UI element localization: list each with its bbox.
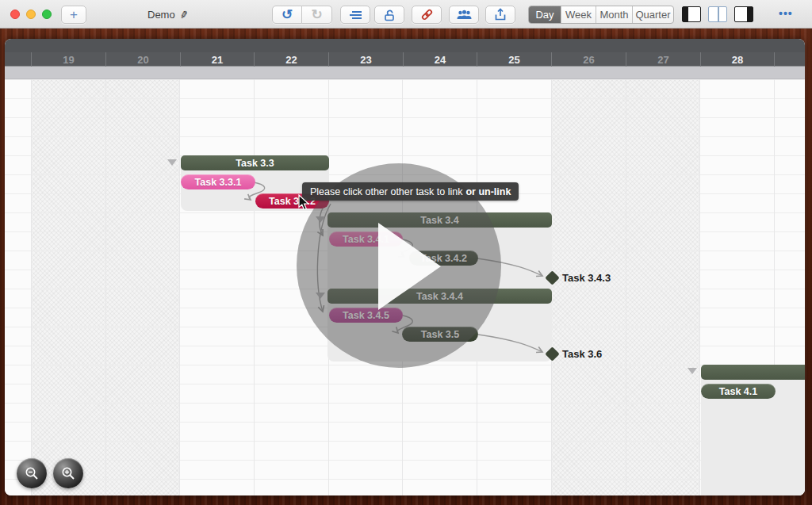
day-header-21: 21 (180, 52, 254, 67)
window-titlebar: + Demo ✎ ↺ ↻ (0, 0, 812, 29)
panel-layout-toggles (682, 6, 753, 22)
day-header-27: 27 (626, 52, 700, 67)
segment-quarter[interactable]: Quarter (632, 6, 673, 23)
share-button[interactable] (485, 6, 515, 24)
link-chain-icon (420, 8, 434, 21)
link-tasks-button[interactable] (412, 6, 442, 24)
collapse-triangle-task-3-3[interactable] (167, 159, 177, 166)
day-header-partial (774, 52, 805, 67)
task-bar-3-3-1[interactable]: Task 3.3.1 (181, 174, 255, 189)
timeline-header-top (5, 39, 805, 52)
view-scale-segmented-control: Day Week Month Quarter (528, 6, 674, 24)
redo-button[interactable]: ↻ (302, 6, 332, 24)
day-header-25: 25 (477, 52, 551, 67)
gantt-chart-panel: 19 20 21 22 23 24 25 26 27 28 (5, 39, 805, 495)
minimize-window-button[interactable] (26, 10, 36, 19)
timeline-day-row: 19 20 21 22 23 24 25 26 27 28 (5, 52, 805, 67)
outline-lines-icon (349, 10, 362, 21)
resources-button[interactable] (449, 6, 479, 24)
milestone-label-3-4-3: Task 3.4.3 (562, 272, 611, 284)
collapse-triangle-task-4[interactable] (688, 368, 697, 374)
zoom-window-button[interactable] (42, 10, 52, 19)
zoom-in-button[interactable] (53, 458, 83, 488)
tooltip-bold-text: or un-link (465, 186, 511, 197)
day-header-22: 22 (254, 52, 328, 67)
day-header-20: 20 (105, 52, 180, 67)
undo-button[interactable]: ↺ (272, 6, 302, 24)
close-window-button[interactable] (10, 10, 20, 19)
milestone-label-3-6: Task 3.6 (562, 348, 602, 360)
task-bar-4-1[interactable]: Task 4.1 (701, 384, 776, 399)
right-panel-toggle-icon[interactable] (734, 6, 753, 22)
group-bar-task-4[interactable] (701, 365, 805, 380)
unlock-icon (383, 9, 396, 21)
more-options-button[interactable]: ••• (779, 7, 793, 20)
share-upload-icon (494, 8, 507, 21)
outline-view-button[interactable] (340, 6, 370, 24)
magnifier-plus-icon (60, 465, 76, 481)
day-header-28: 28 (700, 52, 774, 67)
day-header-23: 23 (328, 52, 403, 67)
plus-icon: + (70, 8, 78, 21)
day-header-24: 24 (403, 52, 477, 67)
document-title[interactable]: Demo ✎ (147, 0, 188, 29)
tooltip-text: Please click other other task to link (310, 186, 462, 197)
segment-week[interactable]: Week (561, 6, 596, 23)
day-header-19: 19 (31, 52, 105, 67)
segment-month[interactable]: Month (596, 6, 632, 23)
undo-icon: ↺ (282, 8, 293, 21)
center-panel-toggle-icon[interactable] (708, 6, 727, 22)
segment-day[interactable]: Day (529, 6, 561, 23)
add-task-button[interactable]: + (61, 6, 86, 24)
magnifier-minus-icon (24, 465, 40, 481)
edit-pencil-icon: ✎ (176, 9, 190, 20)
people-icon (457, 10, 472, 21)
lock-button[interactable] (374, 6, 404, 24)
zoom-out-button[interactable] (17, 458, 47, 488)
left-panel-toggle-icon[interactable] (682, 6, 701, 22)
mouse-cursor-icon (298, 194, 309, 211)
document-title-text: Demo (147, 9, 175, 21)
link-mode-tooltip: Please click other other task to link or… (302, 182, 519, 201)
redo-icon: ↻ (311, 8, 322, 21)
day-header-26: 26 (551, 52, 626, 67)
group-row-band (5, 67, 805, 79)
